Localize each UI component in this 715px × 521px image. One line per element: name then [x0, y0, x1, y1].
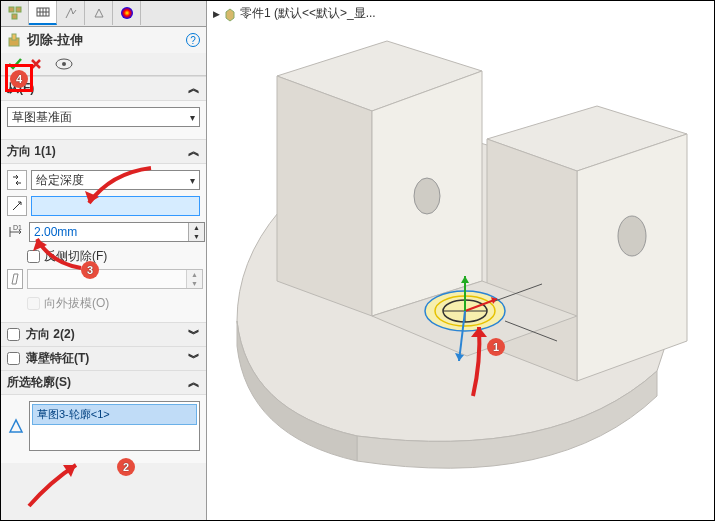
section-from-body: 草图基准面	[1, 101, 206, 139]
section-direction1[interactable]: 方向 1(1) ︽	[1, 139, 206, 164]
contour-icon	[7, 417, 25, 435]
panel-tabs	[1, 1, 206, 27]
thin-feature-checkbox[interactable]	[7, 352, 20, 365]
spin-down[interactable]: ▼	[189, 232, 204, 241]
section-direction2[interactable]: 方向 2(2) ︾	[1, 322, 206, 346]
section-direction2-label: 方向 2(2)	[26, 326, 75, 343]
section-selected-contours[interactable]: 所选轮廓(S) ︽	[1, 370, 206, 395]
direction2-checkbox[interactable]	[7, 328, 20, 341]
badge-3: 3	[81, 261, 99, 279]
depth-icon: D1	[7, 222, 25, 242]
section-thin-feature-label: 薄壁特征(T)	[26, 350, 89, 367]
section-direction1-body: 给定深度 D1 ▲▼ 反侧切除(F) ▲▼	[1, 164, 206, 322]
draft-spinner[interactable]: ▲▼	[27, 269, 203, 289]
svg-point-12	[62, 62, 66, 66]
tab-4[interactable]	[85, 1, 113, 25]
property-panel: 切除-拉伸 ? 从(F) ︽ 草图基准面 方向 1(1) ︽ 给定深度	[1, 1, 207, 520]
viewport[interactable]: ▶ 零件1 (默认<<默认>_显...	[207, 1, 714, 520]
tab-assembly[interactable]	[1, 1, 29, 25]
confirm-row	[1, 53, 206, 76]
tab-feature[interactable]	[29, 1, 57, 25]
section-selected-contours-label: 所选轮廓(S)	[7, 374, 71, 391]
draft-button[interactable]	[7, 269, 23, 289]
tab-3[interactable]	[57, 1, 85, 25]
section-from[interactable]: 从(F) ︽	[1, 76, 206, 101]
svg-point-15	[414, 178, 440, 214]
svg-rect-10	[12, 34, 16, 40]
svg-rect-0	[9, 7, 14, 12]
badge-4: 4	[10, 70, 28, 88]
chevron-up-icon: ︽	[188, 143, 200, 160]
chevron-down-icon: ︾	[188, 326, 200, 343]
draft-outward-label: 向外拔模(O)	[44, 295, 109, 312]
section-direction1-label: 方向 1(1)	[7, 143, 56, 160]
depth-input[interactable]	[30, 225, 188, 239]
depth-spinner[interactable]: ▲▼	[29, 222, 205, 242]
svg-text:D1: D1	[13, 224, 22, 231]
svg-point-14	[618, 216, 646, 256]
chevron-up-icon: ︽	[188, 80, 200, 97]
chevron-down-icon: ︾	[188, 350, 200, 367]
feature-title-row: 切除-拉伸 ?	[1, 27, 206, 53]
draft-outward-checkbox[interactable]	[27, 297, 40, 310]
cancel-icon[interactable]	[29, 57, 43, 71]
cut-extrude-icon	[7, 32, 23, 48]
end-condition-dropdown[interactable]: 给定深度	[31, 170, 200, 190]
reverse-cut-label: 反侧切除(F)	[44, 248, 107, 265]
model-3d	[207, 1, 714, 520]
reverse-direction-button[interactable]	[7, 170, 27, 190]
help-icon[interactable]: ?	[186, 33, 200, 47]
svg-point-8	[121, 7, 133, 19]
contour-list[interactable]: 草图3-轮廓<1>	[29, 401, 200, 451]
draft-input[interactable]	[28, 272, 186, 286]
feature-title: 切除-拉伸	[27, 31, 83, 49]
from-dropdown[interactable]: 草图基准面	[7, 107, 200, 127]
chevron-up-icon: ︽	[188, 374, 200, 391]
direction-vector-input[interactable]	[31, 196, 200, 216]
section-selected-contours-body: 草图3-轮廓<1>	[1, 395, 206, 463]
svg-rect-2	[12, 14, 17, 19]
svg-rect-1	[16, 7, 21, 12]
badge-2: 2	[117, 458, 135, 476]
tab-appearance[interactable]	[113, 1, 141, 25]
spin-up[interactable]: ▲	[189, 223, 204, 232]
direction-vector-button[interactable]	[7, 196, 27, 216]
section-thin-feature[interactable]: 薄壁特征(T) ︾	[1, 346, 206, 370]
badge-1: 1	[487, 338, 505, 356]
preview-icon[interactable]	[55, 57, 73, 71]
reverse-cut-checkbox[interactable]	[27, 250, 40, 263]
contour-list-item[interactable]: 草图3-轮廓<1>	[32, 404, 197, 425]
